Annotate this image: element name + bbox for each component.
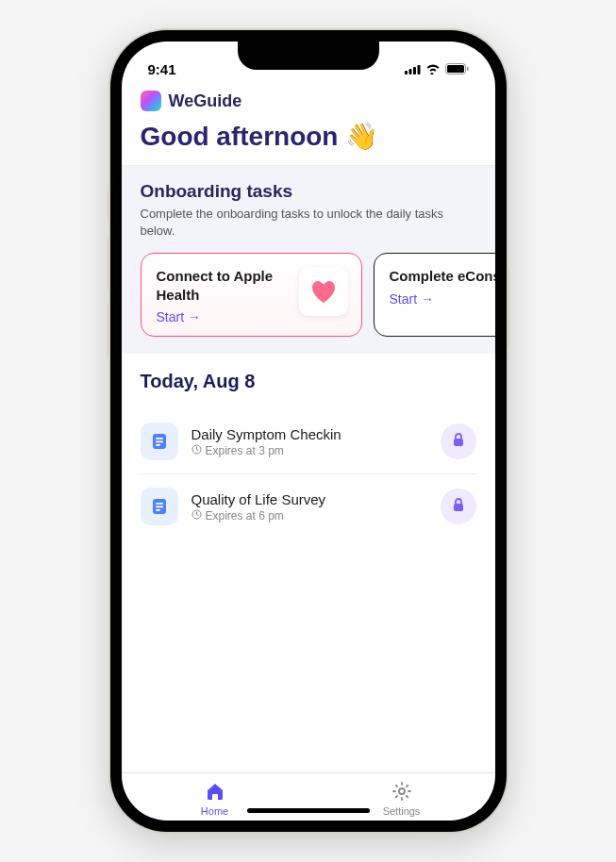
tab-bar: Home Settings — [122, 772, 495, 821]
today-section: Today, Aug 8 Daily Symptom Checkin Expir… — [122, 354, 495, 548]
app-logo-icon — [141, 91, 161, 111]
greeting-title: Good afternoon 👋 — [122, 115, 495, 165]
tab-label: Settings — [383, 805, 421, 817]
status-indicators — [405, 61, 469, 77]
arrow-right-icon: → — [421, 291, 434, 307]
onboarding-section: Onboarding tasks Complete the onboarding… — [122, 165, 495, 354]
card-title: Connect to Apple Health — [157, 267, 290, 304]
onboarding-title: Onboarding tasks — [141, 181, 495, 202]
svg-rect-5 — [447, 65, 464, 73]
svg-rect-8 — [156, 438, 163, 439]
home-indicator[interactable] — [247, 808, 370, 813]
phone-frame: 9:41 WeGuide Good afternoon 👋 Onboarding… — [110, 30, 507, 832]
cellular-icon — [405, 61, 421, 77]
status-time: 9:41 — [148, 61, 176, 77]
svg-rect-9 — [156, 441, 163, 443]
svg-rect-18 — [454, 504, 463, 511]
task-expires: Expires at 6 pm — [191, 509, 427, 522]
tab-label: Home — [201, 805, 228, 817]
home-icon — [205, 781, 225, 804]
svg-rect-14 — [156, 503, 163, 505]
svg-rect-12 — [454, 439, 463, 446]
lock-badge — [441, 489, 476, 524]
phone-screen: 9:41 WeGuide Good afternoon 👋 Onboarding… — [122, 41, 495, 821]
notch — [238, 41, 379, 70]
task-row-symptom-checkin[interactable]: Daily Symptom Checkin Expires at 3 pm — [141, 409, 476, 473]
svg-point-19 — [399, 788, 405, 794]
lock-icon — [452, 432, 465, 451]
svg-rect-6 — [467, 67, 469, 71]
today-title: Today, Aug 8 — [141, 371, 476, 392]
svg-rect-1 — [408, 69, 411, 75]
task-name: Daily Symptom Checkin — [191, 426, 427, 442]
arrow-right-icon: → — [188, 309, 201, 324]
task-name: Quality of Life Survey — [191, 491, 427, 507]
svg-rect-0 — [405, 71, 408, 75]
onboarding-card-econsent[interactable]: Complete eConsent Start → — [374, 253, 495, 337]
task-row-quality-of-life[interactable]: Quality of Life Survey Expires at 6 pm — [141, 473, 476, 539]
heart-icon — [299, 267, 348, 316]
card-start-link[interactable]: Start → — [390, 291, 495, 307]
document-icon — [141, 488, 178, 525]
gear-icon — [391, 781, 412, 804]
clock-icon — [191, 509, 202, 522]
app-header: WeGuide — [122, 83, 495, 115]
svg-rect-3 — [417, 65, 420, 75]
onboarding-card-apple-health[interactable]: Connect to Apple Health Start → — [141, 253, 362, 337]
document-icon — [141, 423, 178, 460]
app-name: WeGuide — [169, 91, 242, 111]
lock-icon — [452, 497, 465, 516]
lock-badge — [441, 423, 476, 459]
card-title: Complete eConsent — [390, 267, 495, 286]
svg-rect-10 — [156, 444, 160, 446]
svg-rect-2 — [413, 67, 416, 75]
card-start-link[interactable]: Start → — [157, 309, 290, 324]
clock-icon — [191, 444, 202, 457]
wifi-icon — [425, 61, 441, 77]
onboarding-cards-row[interactable]: Connect to Apple Health Start → Com — [141, 253, 495, 337]
battery-icon — [445, 61, 469, 77]
onboarding-description: Complete the onboarding tasks to unlock … — [141, 206, 495, 240]
svg-rect-15 — [156, 506, 163, 508]
svg-rect-16 — [156, 509, 160, 511]
task-expires: Expires at 3 pm — [191, 444, 427, 457]
